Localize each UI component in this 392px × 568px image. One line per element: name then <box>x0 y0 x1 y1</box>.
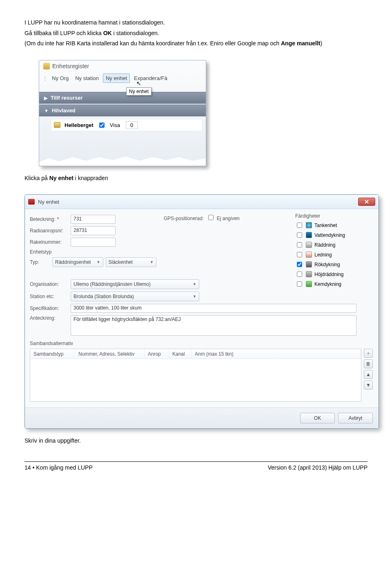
typ2-select[interactable]: Släckenhet▼ <box>106 257 157 267</box>
ledning-label: Ledning <box>314 252 332 258</box>
close-button[interactable] <box>358 198 375 206</box>
ledning-icon <box>306 252 312 258</box>
visa-checkbox[interactable] <box>99 123 105 128</box>
intro-p1: I LUPP har nu koordinaterna hamnat i sta… <box>24 19 368 27</box>
helleberget-item[interactable]: Helleberget Visa 0 <box>51 120 202 131</box>
kemdykning-checkbox[interactable] <box>297 281 302 287</box>
tankenhet-label: Tankenhet <box>314 223 337 228</box>
plus-icon: ＋ <box>366 350 371 357</box>
radioanropsnr-label: Radioanropsnr: <box>30 228 71 234</box>
samband-label: Sambandsalternativ <box>30 341 374 346</box>
visa-label: Visa <box>110 122 120 128</box>
enhetstyp-label: Enhetstyp <box>30 249 71 255</box>
ledning-checkbox[interactable] <box>297 252 302 257</box>
dlg-icon <box>28 199 35 205</box>
app-icon <box>43 63 50 69</box>
intro-p2c: i stationsdialogen. <box>112 30 159 36</box>
radioanropsnr-input[interactable]: 28731 <box>71 226 116 235</box>
rokdykning-checkbox[interactable] <box>297 262 302 267</box>
raddning-label: Räddning <box>314 242 335 248</box>
typ-label: Typ: <box>30 259 52 265</box>
hojdraddning-icon <box>306 271 312 277</box>
organisation-select[interactable]: Ullemo (Räddningstjänsten Ullemo)▼ <box>71 279 199 289</box>
ok-button[interactable]: OK <box>300 413 335 423</box>
arrow-down-icon: ▼ <box>366 382 371 388</box>
toolbar-grip-icon: ⋮ <box>42 75 48 81</box>
raddning-checkbox[interactable] <box>297 242 302 247</box>
mid-p1: Klicka på Ny enhet i knappraden <box>24 174 368 183</box>
mid-p1b: Ny enhet <box>49 175 74 181</box>
tooltip: Ny enhet <box>126 87 151 96</box>
footer-left: 14 • Kom igång med LUPP <box>24 464 93 471</box>
beteckning-label: Beteckning:* <box>30 216 71 222</box>
chevron-down-icon: ▼ <box>150 260 154 264</box>
torn-edge <box>39 154 206 166</box>
beteckning-input[interactable]: 731 <box>71 215 116 224</box>
intro-p3c: ) <box>320 40 322 47</box>
hovlaved-bar[interactable]: ▼Hövlaved <box>39 105 206 116</box>
tillf-resurser-bar[interactable]: ▶Tillf resurser <box>39 92 206 104</box>
specifikation-input[interactable]: 3000 liter vatten, 100 liter skum <box>71 304 356 313</box>
ny-station-button[interactable]: Ny station <box>73 74 101 82</box>
ej-angiven-label: Ej angiven <box>217 216 240 221</box>
enhetsregister-window: Enhetsregister ⋮ Ny Org Ny station Ny en… <box>39 60 206 166</box>
samband-add-button[interactable]: ＋ <box>364 349 373 358</box>
hojdraddning-checkbox[interactable] <box>297 272 302 277</box>
window-title: Enhetsregister <box>52 63 89 69</box>
outro-p1: Skriv in dina uppgifter. <box>24 437 368 445</box>
ny-enhet-dialog: Ny enhet Beteckning:* 731 Radioanropsnr:… <box>24 194 379 429</box>
mid-p1a: Klicka på <box>24 175 49 181</box>
rakelnummer-label: Rakelnummer: <box>30 239 71 245</box>
intro-p3b: Ange manuellt <box>281 40 320 47</box>
tankenhet-checkbox[interactable] <box>297 223 302 228</box>
typ1-select[interactable]: Räddningsenhet▼ <box>52 257 103 267</box>
station-select[interactable]: Brolunda (Station Brolunda)▼ <box>71 292 199 301</box>
vattendykning-checkbox[interactable] <box>297 232 302 238</box>
samband-down-button[interactable]: ▼ <box>364 381 373 390</box>
hovlaved-label: Hövlaved <box>52 107 76 114</box>
item-name: Helleberget <box>65 122 94 128</box>
dialog-title: Ny enhet <box>38 199 358 205</box>
tillf-label: Tillf resurser <box>51 95 83 101</box>
window-titlebar: Enhetsregister <box>39 60 206 72</box>
avbryt-button[interactable]: Avbryt <box>338 413 373 423</box>
item-count: 0 <box>126 121 138 129</box>
samband-delete-button[interactable]: 🗑 <box>364 359 373 368</box>
gps-label: GPS-positionerad: <box>164 216 204 221</box>
rokdykning-icon <box>306 261 312 267</box>
toolbar: ⋮ Ny Org Ny station Ny enhet Expandera/F… <box>39 72 206 85</box>
footer-right: Version 6.2 (april 2013) Hjälp om LUPP <box>268 464 368 471</box>
vattendykning-icon <box>306 232 312 238</box>
ny-org-button[interactable]: Ny Org <box>49 74 71 82</box>
vattendykning-label: Vattendykning <box>314 232 345 238</box>
skills-title: Färdigheter <box>295 213 373 219</box>
raddning-icon <box>306 242 312 248</box>
anteckning-input[interactable]: För tillfället ligger högtrycksfläkten p… <box>71 315 356 336</box>
page-footer: 14 • Kom igång med LUPP Version 6.2 (apr… <box>24 461 368 471</box>
samband-up-button[interactable]: ▲ <box>364 370 373 379</box>
mid-p1c: i knappraden <box>74 175 108 181</box>
arrow-up-icon: ▲ <box>366 372 371 377</box>
intro-p3: (Om du inte har RIB Karta installerad ka… <box>24 40 368 48</box>
col-kanal: Kanal <box>169 350 192 359</box>
organisation-label: Organisation: <box>30 281 71 287</box>
skills-panel: Färdigheter Tankenhet Vattendykning Rädd… <box>295 213 373 290</box>
gps-checkbox[interactable] <box>208 215 214 220</box>
tankenhet-icon <box>306 222 312 228</box>
intro-p2b: OK <box>103 30 112 36</box>
intro-p2a: Gå tillbaka till LUPP och klicka <box>24 30 103 36</box>
trash-icon: 🗑 <box>366 361 371 367</box>
expandera-button[interactable]: Expandera/Fä <box>131 74 170 82</box>
rakelnummer-input[interactable] <box>71 238 116 247</box>
col-sambandstyp: Sambandstyp <box>30 350 75 359</box>
hojdraddning-label: Höjdräddning <box>314 272 343 277</box>
ny-enhet-button[interactable]: Ny enhet <box>103 74 130 83</box>
arrow-right-icon: ▶ <box>44 96 47 100</box>
col-nummer: Nummer, Adress, Selektiv <box>75 350 145 359</box>
dialog-footer: OK Avbryt <box>25 408 379 428</box>
station-icon <box>54 122 60 128</box>
chevron-down-icon: ▼ <box>193 294 196 298</box>
anteckning-label: Anteckning: <box>30 315 71 321</box>
samband-table: Sambandstyp Nummer, Adress, Selektiv Anr… <box>30 349 361 402</box>
kemdykning-label: Kemdykning <box>314 281 341 287</box>
